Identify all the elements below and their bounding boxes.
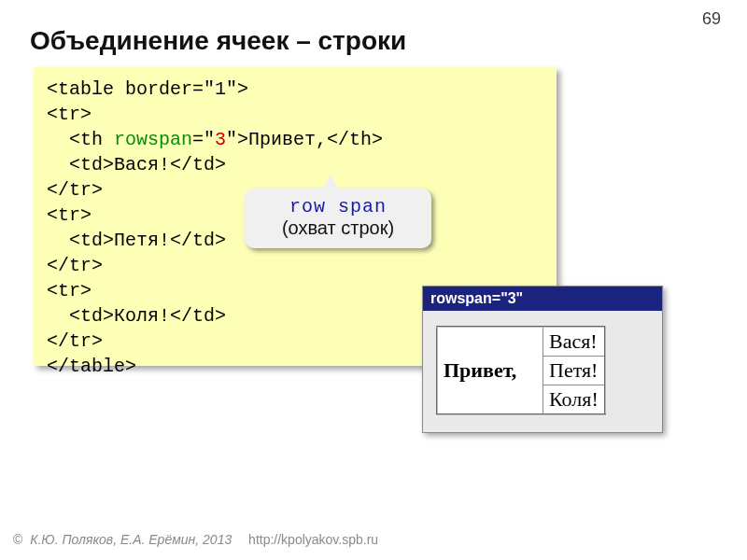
callout-keyword: row span xyxy=(254,196,422,217)
callout-bubble: row span (охват строк) xyxy=(245,189,431,248)
footer: © К.Ю. Поляков, Е.А. Ерёмин, 2013 http:/… xyxy=(13,532,378,547)
callout-tail xyxy=(321,175,340,190)
preview-window: rowspan="3" Привет, Вася! Петя! Коля! xyxy=(422,286,663,433)
callout-translation: (охват строк) xyxy=(254,217,422,239)
copyright-symbol: © xyxy=(13,532,22,547)
page-number: 69 xyxy=(702,9,721,29)
slide-page: 69 Объединение ячеек – строки <table bor… xyxy=(0,0,747,560)
preview-cell: Петя! xyxy=(543,357,605,385)
table-row: Привет, Вася! xyxy=(437,327,605,357)
preview-cell: Коля! xyxy=(543,385,605,415)
preview-table: Привет, Вася! Петя! Коля! xyxy=(436,326,606,415)
preview-cell: Вася! xyxy=(543,327,605,357)
preview-body: Привет, Вася! Петя! Коля! xyxy=(423,311,662,432)
footer-link: http://kpolyakov.spb.ru xyxy=(248,532,378,547)
preview-th: Привет, xyxy=(437,327,543,414)
preview-titlebar: rowspan="3" xyxy=(423,287,662,311)
footer-authors: К.Ю. Поляков, Е.А. Ерёмин, 2013 xyxy=(30,532,232,547)
slide-title: Объединение ячеек – строки xyxy=(30,26,406,56)
